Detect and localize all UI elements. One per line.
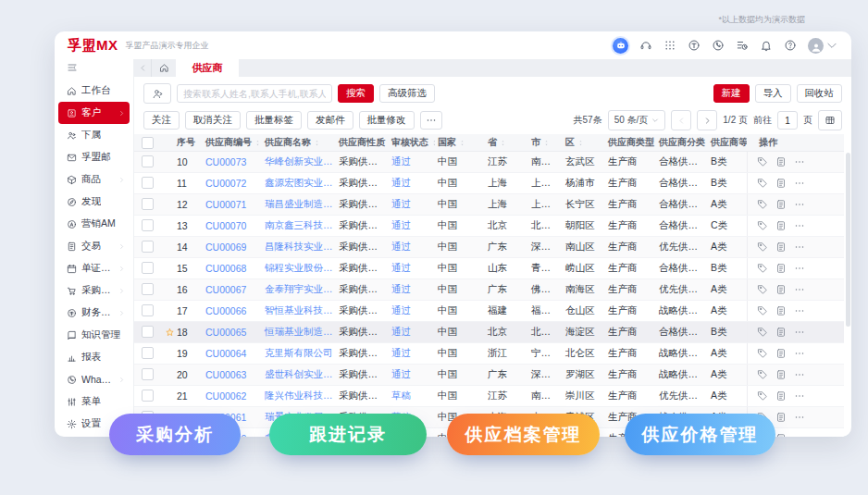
row-checkbox[interactable]	[142, 304, 154, 316]
ai-assistant-icon[interactable]	[613, 38, 628, 54]
detail-list-icon[interactable]	[775, 412, 787, 423]
more-row-actions-icon[interactable]	[794, 348, 805, 359]
cell-status[interactable]: 草稿	[389, 390, 435, 402]
row-checkbox[interactable]	[142, 198, 154, 210]
next-page-button[interactable]	[697, 110, 717, 130]
more-row-actions-icon[interactable]	[794, 178, 805, 189]
cell-name[interactable]: 金泰翔宇实业集团	[262, 283, 336, 296]
tag-icon[interactable]	[757, 241, 768, 253]
cell-code[interactable]: CU00071	[203, 199, 262, 210]
user-avatar-icon[interactable]	[808, 38, 838, 54]
sort-icon[interactable]	[499, 139, 507, 147]
batch-tag-button[interactable]: 批量标签	[246, 111, 302, 130]
detail-list-icon[interactable]	[775, 263, 787, 274]
table-row[interactable]: 19CU00064克里斯有限公司采购供应商通过中国浙江宁波市北仑区生产商战略供应…	[134, 343, 844, 365]
more-row-actions-icon[interactable]	[794, 220, 805, 231]
tag-icon[interactable]	[757, 263, 768, 274]
row-checkbox[interactable]	[142, 219, 154, 231]
tag-icon[interactable]	[757, 178, 768, 189]
tab-suppliers[interactable]: 供应商	[176, 59, 239, 77]
cell-code[interactable]: CU00066	[203, 305, 262, 316]
more-actions-button[interactable]	[420, 111, 442, 130]
column-header-district[interactable]: 区	[563, 136, 605, 149]
detail-list-icon[interactable]	[775, 348, 787, 359]
more-row-actions-icon[interactable]	[794, 390, 805, 402]
sidebar-item-finance[interactable]: 财务管理	[58, 302, 130, 324]
star-icon[interactable]	[165, 328, 177, 338]
sidebar-item-whatsapp[interactable]: WhatsAp...	[58, 368, 130, 390]
row-checkbox[interactable]	[142, 155, 154, 167]
purchase-analysis-button[interactable]: 采购分析	[109, 414, 241, 455]
column-settings-button[interactable]	[818, 110, 842, 130]
apps-grid-icon[interactable]	[663, 39, 676, 52]
sort-icon[interactable]	[458, 139, 466, 147]
cell-status[interactable]: 通过	[389, 241, 435, 254]
sidebar-item-marketing-am[interactable]: 营销AM	[58, 213, 130, 235]
cell-status[interactable]: 通过	[389, 262, 435, 275]
table-row[interactable]: 15CU00068锦程实业股份公司采购供应商通过中国山东青岛市崂山区生产商合格供…	[134, 258, 844, 279]
follow-button[interactable]: 关注	[143, 111, 180, 130]
detail-list-icon[interactable]	[775, 327, 787, 338]
detail-list-icon[interactable]	[775, 220, 787, 231]
cell-name[interactable]: 鑫源宏图实业集团	[262, 177, 336, 190]
row-checkbox[interactable]	[142, 283, 154, 295]
tag-icon[interactable]	[757, 327, 768, 338]
column-header-category[interactable]: 供应商分类	[656, 136, 708, 149]
cell-code[interactable]: CU00064	[203, 348, 262, 359]
table-row[interactable]: 16CU00067金泰翔宇实业集团采购供应商通过中国广东佛山市南海区生产商优先供…	[134, 279, 844, 301]
advanced-filter-button[interactable]: 高级筛选	[379, 84, 435, 103]
send-email-button[interactable]: 发邮件	[307, 111, 353, 130]
table-scrollbar[interactable]	[846, 153, 850, 434]
detail-list-icon[interactable]	[775, 199, 787, 210]
cell-code[interactable]: CU00067	[203, 284, 262, 295]
table-row[interactable]: 17CU00066智恒基业科技实业采购供应商通过中国福建福州市仓山区生产商战略供…	[134, 301, 844, 322]
sidebar-item-product[interactable]: 商品	[58, 168, 130, 191]
tag-icon[interactable]	[757, 199, 768, 210]
cell-status[interactable]: 通过	[389, 155, 435, 168]
row-checkbox[interactable]	[142, 368, 154, 380]
table-row[interactable]: 21CU00062隆兴伟业科技实业采购供应商草稿中国江苏南通市崇川区生产商优先供…	[134, 386, 844, 407]
sort-icon[interactable]	[577, 139, 585, 147]
sidebar-item-trade[interactable]: 交易	[58, 235, 130, 257]
sidebar-item-subordinate[interactable]: 下属	[58, 124, 130, 146]
table-row[interactable]: 14CU00069昌隆科技实业发展...采购供应商通过中国广东深圳市南山区生产商…	[134, 237, 844, 258]
cell-name[interactable]: 瑞昌盛业制造公司	[262, 198, 336, 211]
search-button[interactable]: 搜索	[338, 84, 374, 103]
column-header-city[interactable]: 市	[528, 136, 563, 149]
table-row[interactable]: 13CU00070南京鑫三科技有限...采购供应商通过中国北京北京市朝阳区生产商…	[134, 216, 844, 237]
tag-icon[interactable]	[757, 284, 768, 295]
import-button[interactable]: 导入	[755, 84, 791, 103]
cell-code[interactable]: CU00069	[203, 241, 262, 253]
column-header-province[interactable]: 省	[485, 136, 528, 149]
headset-icon[interactable]	[639, 39, 652, 52]
sidebar-item-fumeng-mail[interactable]: 孚盟邮	[58, 146, 130, 168]
cell-status[interactable]: 通过	[389, 304, 435, 317]
sidebar-item-knowledge[interactable]: 知识管理	[58, 324, 130, 346]
cell-code[interactable]: CU00068	[203, 263, 262, 274]
table-row[interactable]: 18CU00065恒瑞基业制造有限...采购供应商通过中国北京北京市海淀区生产商…	[134, 322, 844, 343]
page-size-select[interactable]: 50 条/页	[608, 110, 666, 130]
sidebar-item-workbench[interactable]: 工作台	[58, 80, 130, 102]
notifications-icon[interactable]	[760, 39, 773, 52]
more-row-actions-icon[interactable]	[794, 156, 805, 167]
detail-list-icon[interactable]	[775, 241, 787, 253]
row-checkbox[interactable]	[142, 390, 154, 402]
task-list-icon[interactable]	[736, 39, 749, 52]
column-header-code[interactable]: 供应商编号	[203, 136, 262, 149]
detail-list-icon[interactable]	[775, 284, 787, 295]
row-checkbox[interactable]	[142, 177, 154, 189]
cell-name[interactable]: 昌隆科技实业发展...	[262, 241, 336, 254]
table-row[interactable]: 20CU00063盛世科创实业公司采购供应商通过中国广东深圳市罗湖区生产商战略供…	[134, 365, 844, 386]
row-checkbox[interactable]	[142, 326, 154, 338]
detail-list-icon[interactable]	[775, 369, 787, 380]
column-header-nature[interactable]: 供应商性质	[336, 136, 389, 149]
table-row[interactable]: 12CU00071瑞昌盛业制造公司采购供应商通过中国上海上海市长宁区生产商合格供…	[134, 194, 844, 216]
detail-list-icon[interactable]	[775, 156, 787, 167]
cell-name[interactable]: 盛世科创实业公司	[262, 368, 336, 381]
row-checkbox[interactable]	[142, 262, 154, 274]
cell-code[interactable]: CU00070	[203, 220, 262, 231]
help-icon[interactable]	[784, 39, 797, 52]
more-row-actions-icon[interactable]	[794, 433, 805, 437]
tag-icon[interactable]	[757, 305, 768, 316]
cell-code[interactable]: CU00065	[203, 327, 262, 338]
